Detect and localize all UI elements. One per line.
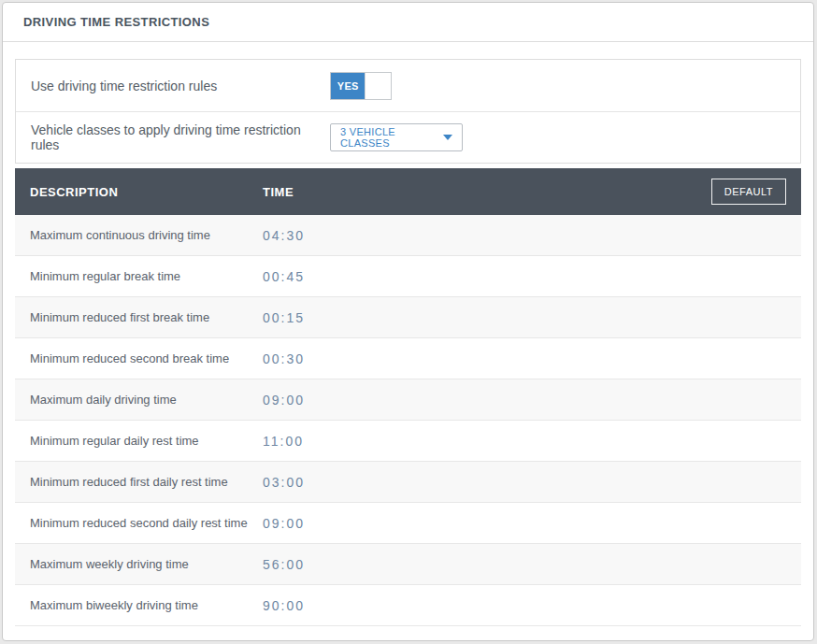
table-row: Minimum reduced second break time 00:30 — [15, 338, 801, 379]
toggle-knob — [365, 73, 391, 99]
table-row: Minimum reduced second daily rest time 0… — [15, 503, 801, 544]
row-description: Minimum reduced first break time — [30, 310, 263, 324]
vehicle-classes-dropdown[interactable]: 3 VEHICLE CLASSES — [330, 123, 463, 151]
row-time-value[interactable]: 90:00 — [263, 598, 305, 613]
row-description: Minimum regular break time — [30, 269, 263, 283]
panel-content: Use driving time restriction rules YES V… — [3, 42, 813, 626]
row-time-value[interactable]: 56:00 — [263, 557, 305, 572]
vehicle-classes-label: Vehicle classes to apply driving time re… — [31, 122, 330, 152]
row-description: Maximum weekly driving time — [30, 557, 263, 571]
chevron-down-icon — [443, 135, 452, 140]
settings-box: Use driving time restriction rules YES V… — [15, 59, 801, 164]
table-row: Maximum weekly driving time 56:00 — [15, 544, 801, 585]
row-time-value[interactable]: 03:00 — [263, 475, 305, 490]
table-row: Minimum reduced first daily rest time 03… — [15, 462, 801, 503]
row-time-value[interactable]: 00:30 — [263, 351, 305, 366]
table-header: DESCRIPTION TIME DEFAULT — [15, 168, 801, 215]
use-rules-toggle[interactable]: YES — [330, 72, 392, 100]
row-description: Maximum continuous driving time — [30, 228, 263, 242]
row-description: Minimum reduced second break time — [30, 351, 263, 365]
row-description: Maximum daily driving time — [30, 393, 263, 407]
panel-header: DRIVING TIME RESTRICTIONS — [3, 3, 813, 42]
table-row: Minimum reduced first break time 00:15 — [15, 297, 801, 338]
row-time-value[interactable]: 00:15 — [263, 310, 305, 325]
table-row: Minimum regular daily rest time 11:00 — [15, 421, 801, 462]
row-description: Minimum reduced first daily rest time — [30, 475, 263, 489]
row-time-value[interactable]: 04:30 — [263, 228, 305, 243]
default-button[interactable]: DEFAULT — [711, 179, 786, 205]
table-row: Minimum regular break time 00:45 — [15, 256, 801, 297]
row-description: Maximum biweekly driving time — [30, 598, 263, 612]
use-rules-label: Use driving time restriction rules — [31, 79, 330, 93]
table-body: Maximum continuous driving time 04:30 Mi… — [15, 215, 801, 626]
row-description: Minimum reduced second daily rest time — [30, 516, 263, 530]
setting-row-use-rules: Use driving time restriction rules YES — [16, 60, 800, 111]
table-row: Maximum biweekly driving time 90:00 — [15, 585, 801, 626]
table-row: Maximum continuous driving time 04:30 — [15, 215, 801, 256]
row-time-value[interactable]: 09:00 — [263, 516, 305, 531]
driving-time-restrictions-panel: DRIVING TIME RESTRICTIONS Use driving ti… — [2, 2, 814, 641]
setting-row-vehicle-classes: Vehicle classes to apply driving time re… — [16, 111, 800, 163]
vehicle-classes-dropdown-value: 3 VEHICLE CLASSES — [340, 126, 443, 149]
page-title: DRIVING TIME RESTRICTIONS — [23, 15, 209, 29]
restrictions-table: DESCRIPTION TIME DEFAULT Maximum continu… — [15, 168, 801, 626]
column-header-description: DESCRIPTION — [30, 185, 263, 199]
column-header-time: TIME — [263, 185, 294, 199]
table-row: Maximum daily driving time 09:00 — [15, 379, 801, 421]
row-time-value[interactable]: 00:45 — [263, 269, 305, 284]
row-time-value[interactable]: 09:00 — [263, 393, 305, 408]
toggle-yes-label: YES — [331, 73, 365, 99]
row-time-value[interactable]: 11:00 — [263, 434, 304, 449]
row-description: Minimum regular daily rest time — [30, 434, 263, 448]
